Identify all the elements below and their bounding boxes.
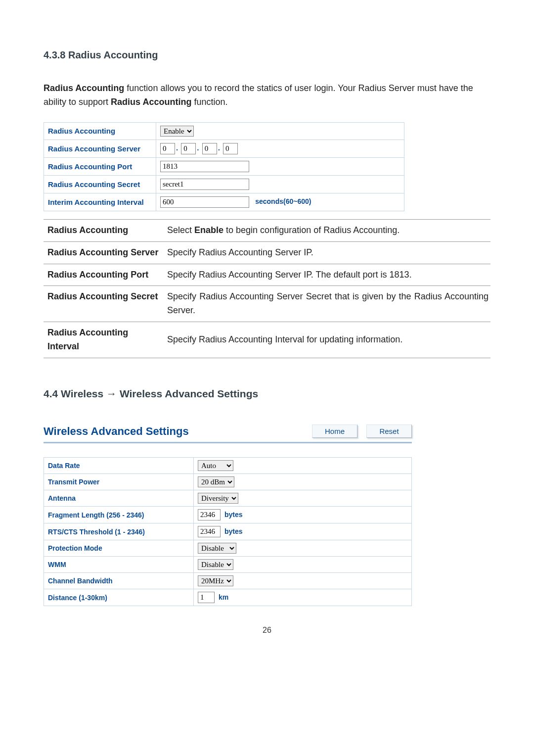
- reset-button[interactable]: Reset: [366, 425, 412, 438]
- channel-bandwidth-label: Channel Bandwidth: [44, 573, 194, 589]
- radius-accounting-select[interactable]: Enable: [160, 126, 194, 137]
- desc-term-server: Radius Accounting Server: [44, 241, 163, 264]
- desc-def-interval: Specify Radius Accounting Interval for u…: [163, 322, 490, 358]
- distance-label: Distance (1-30km): [44, 589, 194, 606]
- distance-input[interactable]: [198, 592, 215, 603]
- rts-threshold-unit: bytes: [224, 527, 243, 535]
- ip-dot: .: [175, 143, 179, 152]
- radius-port-input[interactable]: [160, 161, 249, 172]
- radius-server-label: Radius Accounting Server: [44, 140, 156, 157]
- fragment-length-input[interactable]: [198, 509, 221, 520]
- wmm-label: WMM: [44, 557, 194, 573]
- radius-port-label: Radius Accounting Port: [44, 157, 156, 175]
- panel-divider: [44, 442, 412, 443]
- fragment-length-label: Fragment Length (256 - 2346): [44, 507, 194, 523]
- radius-server-ip: . . .: [156, 140, 404, 157]
- radius-ip-octet-2[interactable]: [181, 143, 196, 154]
- wireless-panel-header: Wireless Advanced Settings Home Reset: [44, 425, 412, 438]
- distance-unit: km: [219, 593, 228, 601]
- intro-bold-1: Radius Accounting: [44, 83, 124, 93]
- radius-accounting-label: Radius Accounting: [44, 122, 156, 140]
- page-number: 26: [44, 626, 490, 635]
- channel-bandwidth-select[interactable]: 20MHz: [198, 575, 233, 586]
- tx-power-select[interactable]: 20 dBm: [198, 476, 234, 487]
- desc-def-accounting: Select Enable to begin configuration of …: [163, 219, 490, 241]
- desc-term-port: Radius Accounting Port: [44, 264, 163, 286]
- interim-interval-hint: seconds(60~600): [255, 197, 311, 205]
- rts-threshold-input[interactable]: [198, 526, 221, 537]
- desc-def-secret: Specify Radius Accounting Server Secret …: [163, 286, 490, 322]
- desc-def-server: Specify Radius Accounting Server IP.: [163, 241, 490, 264]
- interim-interval-input[interactable]: [160, 196, 249, 208]
- wireless-advanced-table: Data Rate Auto Transmit Power 20 dBm Ant…: [44, 457, 412, 606]
- desc-term-secret: Radius Accounting Secret: [44, 286, 163, 322]
- tx-power-label: Transmit Power: [44, 474, 194, 490]
- section-438-intro: Radius Accounting function allows you to…: [44, 82, 490, 109]
- wireless-panel-title: Wireless Advanced Settings: [44, 425, 189, 438]
- data-rate-select[interactable]: Auto: [198, 460, 233, 471]
- wireless-panel-buttons: Home Reset: [312, 425, 412, 438]
- ip-dot: .: [217, 143, 221, 152]
- protection-mode-label: Protection Mode: [44, 540, 194, 557]
- desc-def-port: Specify Radius Accounting Server IP. The…: [163, 264, 490, 286]
- rts-threshold-label: RTS/CTS Threshold (1 - 2346): [44, 523, 194, 540]
- radius-ip-octet-4[interactable]: [223, 143, 238, 154]
- desc-term-accounting: Radius Accounting: [44, 219, 163, 241]
- radius-ip-octet-3[interactable]: [202, 143, 217, 154]
- radius-config-table: Radius Accounting Enable Radius Accounti…: [44, 122, 404, 211]
- data-rate-label: Data Rate: [44, 458, 194, 474]
- wmm-select[interactable]: Disable: [198, 559, 233, 570]
- desc-term-interval: Radius Accounting Interval: [44, 322, 163, 358]
- intro-bold-2: Radius Accounting: [111, 97, 191, 107]
- radius-ip-octet-1[interactable]: [160, 143, 175, 154]
- radius-description-table: Radius Accounting Select Enable to begin…: [44, 219, 490, 358]
- ip-dot: .: [196, 143, 200, 152]
- protection-mode-select[interactable]: Disable: [198, 543, 236, 554]
- intro-text-2: function.: [191, 97, 227, 107]
- antenna-select[interactable]: Diversity: [198, 493, 238, 504]
- radius-secret-input[interactable]: [160, 179, 249, 190]
- section-438-heading: 4.3.8 Radius Accounting: [44, 49, 490, 61]
- antenna-label: Antenna: [44, 490, 194, 507]
- interim-interval-label: Interim Accounting Interval: [44, 193, 156, 211]
- page-content: 4.3.8 Radius Accounting Radius Accountin…: [0, 0, 534, 650]
- fragment-length-unit: bytes: [224, 511, 243, 519]
- radius-secret-label: Radius Accounting Secret: [44, 175, 156, 193]
- section-44-heading: 4.4 Wireless → Wireless Advanced Setting…: [44, 388, 490, 400]
- home-button[interactable]: Home: [312, 425, 357, 438]
